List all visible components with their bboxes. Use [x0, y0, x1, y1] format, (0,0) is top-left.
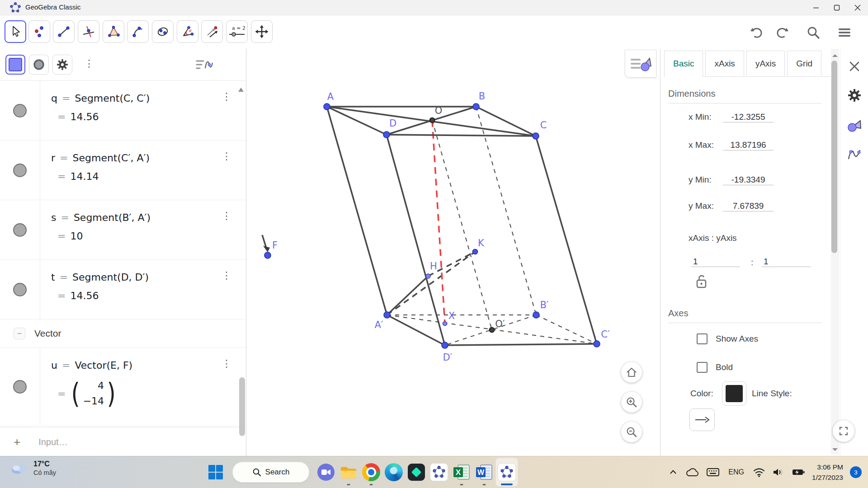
input-placeholder[interactable]: Input…	[38, 437, 67, 447]
row-menu-kebab[interactable]: ⋮	[222, 92, 231, 102]
visibility-toggle[interactable]	[13, 164, 27, 177]
point-H[interactable]	[426, 274, 430, 278]
maximize-button[interactable]	[826, 0, 847, 15]
zoom-out-button[interactable]	[621, 422, 642, 442]
start-button[interactable]	[204, 458, 227, 487]
ratio-y-input[interactable]: 1	[762, 257, 811, 267]
segment[interactable]	[536, 136, 597, 344]
dim-value-input[interactable]: -19.3349	[723, 175, 774, 185]
algebra-scroll-up-arrow[interactable]	[238, 85, 244, 92]
onedrive-cloud-icon[interactable]	[686, 467, 699, 478]
settings-scrollbar-thumb[interactable]	[831, 61, 837, 253]
taskbar-app-filmora[interactable]	[405, 458, 428, 487]
dim-value-input[interactable]: 13.87196	[723, 140, 774, 150]
close-settings-button[interactable]	[847, 59, 862, 74]
visibility-toggle[interactable]	[13, 104, 27, 117]
taskbar-app-excel[interactable]: X	[450, 458, 473, 487]
point-K[interactable]	[473, 249, 478, 254]
undo-button[interactable]	[749, 24, 765, 41]
taskbar-app-edge[interactable]	[382, 458, 405, 487]
tool-move-graphics[interactable]	[251, 20, 273, 43]
zoom-in-button[interactable]	[621, 392, 642, 413]
settings-scrollbar-track[interactable]	[831, 49, 839, 455]
algebra-row-q[interactable]: q=Segment(C, C′)=14.56⋮	[0, 81, 246, 141]
home-view-button[interactable]	[621, 362, 642, 383]
point-A[interactable]	[324, 103, 330, 110]
tab-xaxis[interactable]: xAxis	[705, 51, 744, 76]
search-button[interactable]	[805, 24, 821, 41]
clock-datetime[interactable]: 3:06 PM1/27/2023	[812, 462, 843, 483]
axes-color-swatch[interactable]	[722, 381, 746, 406]
visibility-toggle[interactable]	[13, 283, 27, 296]
battery-icon[interactable]	[792, 467, 805, 478]
tool-vector[interactable]	[201, 20, 223, 43]
lock-ratio-button[interactable]	[695, 274, 708, 291]
object-definition[interactable]: t=Segment(D, D′)	[51, 272, 246, 283]
row-menu-kebab[interactable]: ⋮	[222, 151, 231, 161]
add-input-icon[interactable]: +	[14, 435, 20, 449]
redo-button[interactable]	[774, 24, 790, 41]
settings-scroll-up-arrow[interactable]	[832, 52, 838, 57]
algebra-more-menu[interactable]: ⋮	[84, 59, 94, 69]
algebra-row-r[interactable]: r=Segment(C′, A′)=14.14⋮	[0, 141, 246, 200]
taskbar-app-word[interactable]: W	[473, 458, 495, 487]
fullscreen-button[interactable]	[833, 420, 854, 442]
point-O[interactable]	[430, 118, 435, 123]
menu-button[interactable]	[836, 24, 853, 41]
volume-icon[interactable]	[772, 467, 785, 478]
taskbar-app-geogebra[interactable]	[495, 458, 518, 487]
tool-slider[interactable]: a = 2	[226, 20, 248, 43]
point-B[interactable]	[473, 103, 479, 110]
visibility-toggle[interactable]	[13, 380, 27, 394]
algebra-input-row[interactable]: + Input…	[0, 427, 246, 456]
minimize-button[interactable]	[806, 0, 826, 15]
segment[interactable]	[387, 276, 428, 315]
tray-chevron-up-icon[interactable]	[667, 466, 679, 478]
tool-segment[interactable]	[53, 20, 75, 43]
object-definition[interactable]: r=Segment(C′, A′)	[51, 152, 246, 164]
taskbar-app-geogebra[interactable]	[428, 458, 450, 487]
tool-perpendicular[interactable]	[78, 20, 99, 43]
settings-gear-button[interactable]	[847, 88, 862, 103]
settings-scroll-down-arrow[interactable]	[832, 448, 838, 454]
segment[interactable]	[432, 120, 445, 324]
dim-value-input[interactable]: 7.67839	[723, 201, 774, 211]
point-O′[interactable]	[490, 328, 495, 333]
segment[interactable]	[387, 135, 536, 136]
tab-yaxis[interactable]: yAxis	[746, 51, 785, 76]
graphics-view[interactable]: ABCDOFHKXA′B′C′D′O′	[247, 49, 660, 456]
checkbox-show-axes[interactable]	[697, 333, 708, 344]
graphics-settings-button[interactable]	[847, 117, 862, 133]
point-style-button[interactable]	[29, 55, 49, 75]
point-C[interactable]	[533, 133, 539, 139]
collapse-section-button[interactable]: −	[14, 328, 25, 339]
graphics-stylebar-toggle-button[interactable]	[625, 50, 656, 78]
object-definition[interactable]: q=Segment(C, C′)	[51, 93, 246, 104]
line-style-button[interactable]	[689, 408, 715, 431]
taskbar-search[interactable]: Search	[232, 462, 309, 483]
object-definition[interactable]: u=Vector(E, F)	[51, 360, 246, 371]
checkbox-bold[interactable]	[697, 362, 708, 373]
tool-conic[interactable]	[152, 20, 174, 43]
segment[interactable]	[387, 135, 445, 345]
segment[interactable]	[432, 120, 492, 330]
point-D′[interactable]	[442, 342, 448, 348]
wifi-icon[interactable]	[753, 467, 765, 478]
tool-angle[interactable]: α	[177, 20, 198, 43]
settings-style-button[interactable]	[52, 55, 72, 75]
dim-value-input[interactable]: -12.3255	[723, 112, 774, 122]
weather-widget[interactable]: 17°C Có mây	[10, 460, 56, 476]
close-button[interactable]	[847, 0, 868, 15]
segment[interactable]	[387, 315, 445, 345]
object-definition[interactable]: s=Segment(B′, A′)	[51, 212, 246, 223]
taskbar-app-teams[interactable]	[315, 458, 337, 487]
tab-grid[interactable]: Grid	[787, 51, 821, 76]
notification-badge[interactable]: 3	[850, 466, 862, 478]
point-C′[interactable]	[594, 341, 600, 347]
point-B′[interactable]	[533, 312, 539, 318]
algebra-row-s[interactable]: s=Segment(B′, A′)=10⋮	[0, 200, 246, 260]
tool-polygon[interactable]	[103, 20, 124, 43]
sort-objects-icon[interactable]	[195, 56, 213, 75]
taskbar-app-explorer[interactable]	[337, 458, 360, 487]
row-menu-kebab[interactable]: ⋮	[222, 271, 231, 281]
